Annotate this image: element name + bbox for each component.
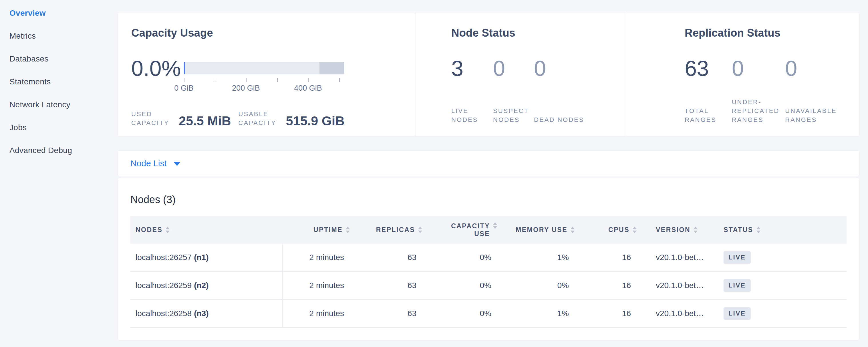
node-status-title: Node Status — [451, 27, 625, 39]
cluster-summary-card: Capacity Usage 0.0% 0 Gi — [117, 12, 860, 137]
node-id: (n1) — [194, 253, 209, 262]
axis-tick — [184, 78, 184, 82]
sidebar-item-metrics[interactable]: Metrics — [9, 25, 117, 48]
dead-nodes-label: DEAD NODES — [534, 115, 590, 124]
node-address: localhost:26257 — [135, 253, 192, 262]
replication-status-title: Replication Status — [685, 27, 860, 39]
table-row: localhost:26259(n2) 2 minutes 63 0% 0% 1… — [130, 272, 846, 300]
node-status-stats: 3 LIVE NODES 0 SUSPECT NODES 0 DEAD NODE… — [451, 58, 625, 124]
axis-tick — [308, 78, 309, 82]
node-address: localhost:26258 — [135, 309, 192, 318]
unavailable-ranges-stat: 0 UNAVAILABLE RANGES — [785, 58, 860, 124]
sort-icon — [165, 227, 169, 233]
sidebar-item-databases[interactable]: Databases — [9, 48, 117, 70]
axis-tick-label: 200 GiB — [232, 84, 260, 93]
memory-use-cell: 1% — [497, 244, 575, 271]
capacity-usage-section: Capacity Usage 0.0% 0 Gi — [118, 12, 415, 136]
sort-icon — [493, 222, 497, 229]
column-header-cpus[interactable]: CPUS — [575, 216, 637, 244]
capacity-bar-track — [184, 62, 344, 74]
column-header-capacity-use[interactable]: CAPACITY USE — [422, 216, 497, 244]
status-badge: LIVE — [723, 279, 751, 292]
sort-icon — [346, 227, 350, 233]
suspect-nodes-value: 0 — [493, 58, 534, 79]
dead-nodes-value: 0 — [534, 58, 590, 79]
cpus-cell: 16 — [575, 272, 637, 299]
replication-status-stats: 63 TOTAL RANGES 0 UNDER-REPLICATED RANGE… — [685, 58, 860, 124]
total-ranges-value: 63 — [685, 58, 732, 79]
nodes-card: Nodes (3) NODES UPTIME REPLICAS — [117, 178, 860, 340]
sidebar-item-statements[interactable]: Statements — [9, 70, 117, 93]
sidebar-item-overview[interactable]: Overview — [9, 2, 117, 25]
total-ranges-label: TOTAL RANGES — [685, 106, 732, 124]
replication-status-section: Replication Status 63 TOTAL RANGES 0 UND… — [625, 12, 860, 136]
nodes-table-body: localhost:26257(n1) 2 minutes 63 0% 1% 1… — [130, 244, 846, 328]
column-header-uptime[interactable]: UPTIME — [283, 216, 350, 244]
axis-tick — [215, 78, 215, 82]
node-status-section: Node Status 3 LIVE NODES 0 SUSPECT NODES… — [415, 12, 625, 136]
suspect-nodes-label: SUSPECT NODES — [493, 106, 534, 124]
column-header-version[interactable]: VERSION — [637, 216, 720, 244]
sidebar-item-jobs[interactable]: Jobs — [9, 116, 117, 139]
axis-tick-label: 400 GiB — [294, 84, 322, 93]
sort-icon — [570, 227, 575, 233]
sort-icon — [756, 227, 761, 233]
node-link[interactable]: localhost:26259(n2) — [135, 281, 209, 290]
column-header-nodes[interactable]: NODES — [130, 216, 283, 244]
capacity-usage-chart-row: 0.0% 0 GiB 200 GiB — [131, 58, 415, 96]
uptime-cell: 2 minutes — [283, 244, 350, 271]
nodes-table-header: NODES UPTIME REPLICAS CAPACITY USE — [130, 216, 846, 244]
uptime-cell: 2 minutes — [283, 300, 350, 327]
cpus-cell: 16 — [575, 244, 637, 271]
node-id: (n2) — [194, 281, 209, 290]
axis-tick — [277, 78, 278, 82]
under-replicated-ranges-value: 0 — [732, 58, 785, 79]
used-capacity-value: 25.5 MiB — [179, 115, 231, 127]
suspect-nodes-stat: 0 SUSPECT NODES — [493, 58, 534, 124]
capacity-use-cell: 0% — [422, 244, 497, 271]
unavailable-ranges-value: 0 — [785, 58, 860, 79]
memory-use-cell: 0% — [497, 272, 575, 299]
replicas-cell: 63 — [350, 300, 422, 327]
status-badge: LIVE — [723, 307, 751, 320]
axis-tick-label: 0 GiB — [174, 84, 194, 93]
used-capacity-stat: USED CAPACITY 25.5 MiB — [131, 109, 231, 127]
sidebar-item-network-latency[interactable]: Network Latency — [9, 93, 117, 116]
uptime-cell: 2 minutes — [283, 272, 350, 299]
table-row: localhost:26257(n1) 2 minutes 63 0% 1% 1… — [130, 244, 846, 272]
live-nodes-value: 3 — [451, 58, 493, 79]
version-cell: v20.1.0-bet… — [637, 300, 720, 327]
main-content: Capacity Usage 0.0% 0 Gi — [117, 0, 860, 340]
node-id: (n3) — [194, 309, 209, 318]
table-row: localhost:26258(n3) 2 minutes 63 0% 1% 1… — [130, 300, 846, 328]
under-replicated-ranges-stat: 0 UNDER-REPLICATED RANGES — [732, 58, 785, 124]
usable-capacity-value: 515.9 GiB — [286, 115, 345, 127]
node-address: localhost:26259 — [135, 281, 192, 290]
version-cell: v20.1.0-bet… — [637, 272, 720, 299]
nodes-table-title: Nodes (3) — [130, 194, 846, 206]
column-header-memory-use[interactable]: MEMORY USE — [497, 216, 575, 244]
sort-icon — [693, 227, 698, 233]
column-header-status[interactable]: STATUS — [720, 216, 846, 244]
unavailable-ranges-label: UNAVAILABLE RANGES — [785, 106, 860, 124]
capacity-stats-row: USED CAPACITY 25.5 MiB USABLE CAPACITY 5… — [131, 109, 415, 127]
replicas-cell: 63 — [350, 272, 422, 299]
caret-down-icon — [174, 162, 180, 166]
under-replicated-ranges-label: UNDER-REPLICATED RANGES — [732, 98, 785, 124]
sort-icon — [418, 227, 422, 233]
dead-nodes-stat: 0 DEAD NODES — [534, 58, 590, 124]
memory-use-cell: 1% — [497, 300, 575, 327]
usable-capacity-stat: USABLE CAPACITY 515.9 GiB — [239, 109, 345, 127]
capacity-bar-chart: 0 GiB 200 GiB 400 GiB — [184, 62, 344, 96]
version-cell: v20.1.0-bet… — [637, 244, 720, 271]
axis-tick — [246, 78, 247, 82]
node-link[interactable]: localhost:26258(n3) — [135, 309, 209, 318]
capacity-used-percent: 0.0% — [131, 58, 177, 79]
node-list-dropdown-button[interactable]: Node List — [130, 158, 180, 168]
capacity-bar-reserved-segment — [319, 62, 344, 74]
node-link[interactable]: localhost:26257(n1) — [135, 253, 209, 262]
used-capacity-label: USED CAPACITY — [131, 109, 175, 127]
node-list-dropdown-label: Node List — [130, 158, 167, 168]
column-header-replicas[interactable]: REPLICAS — [350, 216, 422, 244]
sidebar-item-advanced-debug[interactable]: Advanced Debug — [9, 139, 117, 162]
